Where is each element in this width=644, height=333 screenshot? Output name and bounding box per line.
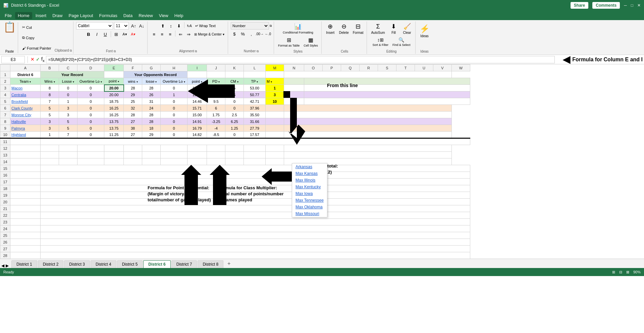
cell-B5[interactable]: 7 [41,98,59,105]
cell-N10[interactable] [284,132,452,138]
dropdown-item-max-iowa[interactable]: Max Iowa [292,190,327,197]
cell-H2[interactable]: Overtime Lo ▾ [161,78,187,85]
increase-font-button[interactable]: A↑ [130,22,137,29]
cell-E8[interactable]: 13.75 [104,118,124,125]
col-header-C[interactable]: C [59,65,77,71]
dropdown-item-max-missouri[interactable]: Max Missouri [292,210,327,217]
cell-K6[interactable]: 0 [225,105,244,112]
sort-filter-button[interactable]: ↕⊞ Sort & Filter [371,37,390,47]
add-sheet-button[interactable]: + [224,259,234,268]
cell-M5[interactable]: 10 [266,98,284,105]
increase-decimal-button[interactable]: .00→ [256,30,263,38]
menu-insert[interactable]: Insert [33,12,49,19]
cell-F7[interactable]: 28 [124,112,142,118]
cell-D6[interactable]: 0 [77,105,104,112]
share-button[interactable]: Share [571,2,588,9]
cut-button[interactable]: ✂ Cut [21,24,53,30]
cell-K5[interactable]: 0 [225,98,244,105]
cell-D2[interactable]: Overtime Lo ▾ [77,78,104,85]
cell-K8[interactable]: 6.25 [225,118,244,125]
cell-B2[interactable]: Wins ▾ [41,78,59,85]
cell-M6[interactable] [266,105,284,112]
cell-E9[interactable]: 13.75 [104,125,124,132]
dropdown-item-max-oklahoma[interactable]: Max Oklahoma [292,204,327,210]
cell-B3[interactable]: 8 [41,85,59,91]
cell-reference-input[interactable] [1,56,25,63]
sheet-tab-district-8[interactable]: District 8 [198,260,223,268]
page-layout-icon[interactable]: ⊟ [619,270,622,274]
cell-C10[interactable]: 7 [59,132,77,138]
col-header-D[interactable]: D [77,65,104,71]
cell-O4[interactable] [304,91,470,98]
cell-H6[interactable]: 0 [161,105,187,112]
row-header-4[interactable]: 4 [0,91,10,98]
cell-M2[interactable]: M ▾ [266,78,284,85]
cell-E6[interactable]: 16.25 [104,105,124,112]
cell-D7[interactable]: 0 [77,112,104,118]
cell-J3[interactable]: 13 [207,85,225,91]
cell-M3[interactable]: 1 [266,85,284,91]
cell-M4[interactable]: 3 [266,91,284,98]
insert-function-icon[interactable]: fx [41,56,45,63]
cell-G6[interactable]: 24 [142,105,161,112]
cell-F3[interactable]: 28 [124,85,142,91]
menu-data[interactable]: Data [121,12,135,19]
dropdown-item-max-illinois[interactable]: Max Illinois [292,177,327,184]
cell-B6[interactable]: 5 [41,105,59,112]
paste-button[interactable]: Paste [5,50,14,53]
font-color-button[interactable]: A▾ [129,30,137,38]
cell-L3[interactable]: 53.00 [244,85,266,91]
cell-C5[interactable]: 1 [59,98,77,105]
sheet-tab-district-1[interactable]: District 1 [11,260,37,268]
cell-L9[interactable]: 27.79 [244,125,266,132]
delete-button[interactable]: ⊖ Delete [338,22,350,35]
cell-E10[interactable]: 11.25 [104,132,124,138]
row-header-6[interactable]: 6 [0,105,10,112]
menu-view[interactable]: View [156,12,171,19]
cell-G8[interactable]: 28 [142,118,161,125]
cell-J4[interactable]: 10.5 [207,91,225,98]
number-format-select[interactable]: Number [231,22,269,29]
cell-N1[interactable] [284,71,452,78]
align-center-button[interactable]: ≡ [158,30,166,38]
col-header-I[interactable]: I [187,65,207,71]
row-header-11[interactable]: 11 [0,138,10,145]
cell-M10[interactable] [266,132,284,138]
cell-C8[interactable]: 5 [59,118,77,125]
font-size-select[interactable]: 11 [114,22,129,29]
cell-I1[interactable] [187,71,207,78]
decrease-font-button[interactable]: A↓ [138,22,145,29]
cell-J10[interactable]: -8.5 [207,132,225,138]
cell-J8[interactable]: -3.25 [207,118,225,125]
col-header-V[interactable]: V [433,65,452,71]
col-header-H[interactable]: H [161,65,187,71]
cell-F9[interactable]: 38 [124,125,142,132]
cell-F1[interactable]: Your Opponents Record [124,71,187,78]
sheet-tab-district-7[interactable]: District 7 [171,260,197,268]
maximize-icon[interactable]: □ [631,3,633,8]
cell-F2[interactable]: wins ▾ [124,78,142,85]
cell-H5[interactable]: 0 [161,98,187,105]
col-header-Q[interactable]: Q [341,65,360,71]
cell-D10[interactable]: 0 [77,132,104,138]
col-header-T[interactable]: T [396,65,415,71]
cell-D3[interactable]: 0 [77,85,104,91]
font-name-select[interactable]: Calibri [76,22,113,29]
cell-E4[interactable]: 20.00 [104,91,124,98]
cell-B7[interactable]: 5 [41,112,59,118]
cell-C2[interactable]: Losse ▾ [59,78,77,85]
cell-K2[interactable]: CM ▾ [225,78,244,85]
indent-left-button[interactable]: ⇐ [177,30,184,38]
cell-G5[interactable]: 31 [142,98,161,105]
align-left-button[interactable]: ≡ [150,30,158,38]
cell-K9[interactable]: 1.25 [225,125,244,132]
cell-E1[interactable] [104,71,124,78]
ideas-button[interactable]: ⚡ Ideas [418,23,431,39]
cell-B10[interactable]: 1 [41,132,59,138]
currency-button[interactable]: $ [231,30,238,38]
cell-G2[interactable]: losse ▾ [142,78,161,85]
cell-A7[interactable]: Monroe City [10,112,41,118]
cell-M1[interactable] [266,71,284,78]
cell-I9[interactable]: 16.79 [187,125,207,132]
sheet-tab-district-5[interactable]: District 5 [117,260,143,268]
